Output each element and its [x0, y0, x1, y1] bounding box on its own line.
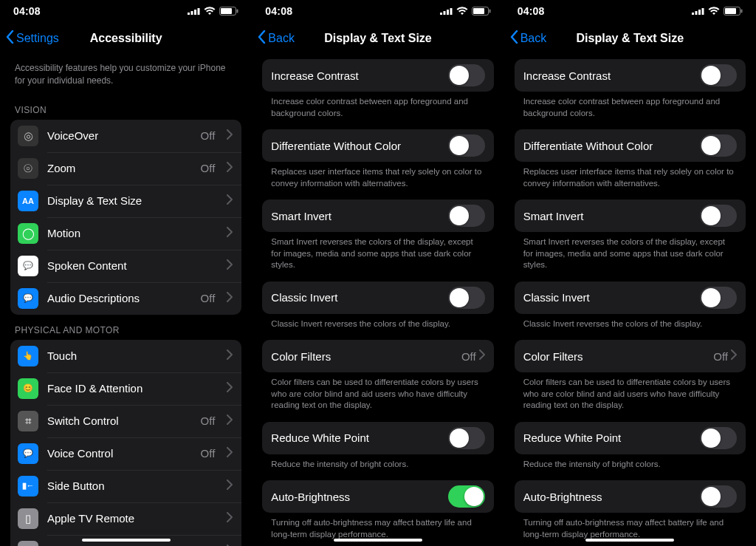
- row-caption: Replaces user interface items that rely …: [262, 162, 493, 199]
- svg-rect-6: [237, 10, 238, 13]
- content: Increase ContrastIncrease color contrast…: [504, 55, 756, 546]
- row-caption: Smart Invert reverses the colors of the …: [515, 232, 746, 281]
- toggle-row[interactable]: Classic Invert: [515, 281, 746, 314]
- row-label: Zoom: [47, 162, 192, 174]
- statusbar-time: 04:08: [518, 5, 545, 17]
- row-caption: Color filters can be used to differentia…: [515, 372, 746, 422]
- toggle-row[interactable]: Smart Invert: [262, 199, 493, 232]
- settings-row[interactable]: ▮←Side Button: [10, 470, 241, 502]
- row-label: Reduce White Point: [523, 431, 700, 444]
- toggle-row[interactable]: Reduce White Point: [515, 422, 746, 454]
- row-label: Auto-Brightness: [523, 491, 700, 503]
- settings-row[interactable]: ◯Motion: [10, 217, 241, 250]
- display-text-icon: AA: [18, 191, 38, 211]
- side-button-icon: ▮←: [18, 476, 38, 496]
- row-label: Smart Invert: [523, 210, 700, 222]
- content: Increase ContrastIncrease color contrast…: [252, 55, 504, 546]
- faceid-icon: 😊: [18, 378, 38, 399]
- svg-rect-5: [221, 8, 232, 14]
- settings-row[interactable]: 💬Voice ControlOff: [10, 437, 241, 470]
- svg-rect-9: [447, 10, 449, 15]
- settings-row[interactable]: 💬Spoken Content: [10, 250, 241, 282]
- home-indicator[interactable]: [82, 539, 171, 542]
- statusbar-right: [440, 7, 491, 16]
- toggle-row[interactable]: Auto-Brightness: [515, 480, 746, 513]
- row-label: Increase Contrast: [523, 69, 700, 82]
- settings-row[interactable]: ◎VoiceOverOff: [10, 120, 241, 152]
- toggle[interactable]: [700, 427, 737, 449]
- switch-control-icon: ⌗: [18, 411, 38, 431]
- row-value: Off: [201, 292, 216, 304]
- toggle-row[interactable]: Auto-Brightness: [262, 480, 493, 513]
- voice-control-icon: 💬: [18, 443, 38, 464]
- chevron-right-icon: [227, 512, 233, 525]
- appletv-remote-icon: ▯: [18, 508, 38, 529]
- home-indicator[interactable]: [334, 539, 422, 542]
- row-caption: Increase color contrast between app fore…: [262, 92, 493, 129]
- toggle-row[interactable]: Classic Invert: [262, 281, 493, 314]
- settings-row[interactable]: ⌗Switch ControlOff: [10, 405, 241, 437]
- chevron-right-icon: [227, 414, 233, 428]
- toggle[interactable]: [448, 287, 485, 309]
- signal-icon: [440, 7, 453, 15]
- chevron-right-icon: [479, 349, 485, 363]
- row-label: Auto-Brightness: [271, 491, 447, 503]
- row-value: Off: [201, 162, 216, 174]
- settings-row[interactable]: ▯Apple TV Remote: [10, 502, 241, 535]
- toggle-row[interactable]: Increase Contrast: [262, 59, 493, 92]
- motion-icon: ◯: [18, 223, 38, 244]
- toggle-row[interactable]: Reduce White Point: [262, 422, 493, 454]
- row-label: Color Filters: [271, 350, 461, 363]
- svg-rect-8: [443, 11, 445, 15]
- settings-row[interactable]: 👆Touch: [10, 340, 241, 372]
- toggle-row[interactable]: Differentiate Without Color: [262, 129, 493, 162]
- row-label: Side Button: [47, 480, 218, 492]
- toggle-row[interactable]: Increase Contrast: [515, 59, 746, 92]
- nav-title: Accessibility: [0, 32, 252, 45]
- row-label: Smart Invert: [271, 210, 447, 222]
- toggle-row[interactable]: Smart Invert: [515, 199, 746, 232]
- row-label: Display & Text Size: [47, 194, 218, 207]
- chevron-right-icon: [731, 349, 737, 363]
- toggle[interactable]: [700, 287, 737, 309]
- toggle[interactable]: [700, 64, 737, 86]
- settings-row[interactable]: ⦾ZoomOff: [10, 152, 241, 185]
- signal-icon: [188, 7, 200, 15]
- toggle-row[interactable]: Differentiate Without Color: [515, 129, 746, 162]
- svg-rect-19: [725, 8, 736, 14]
- row-label: Reduce White Point: [271, 431, 447, 444]
- toggle[interactable]: [448, 205, 485, 227]
- svg-rect-12: [473, 8, 484, 14]
- toggle[interactable]: [700, 205, 737, 227]
- toggle-row[interactable]: Color FiltersOff: [262, 340, 493, 372]
- row-label: Touch: [47, 349, 218, 362]
- chevron-right-icon: [227, 480, 233, 493]
- section-header-vision: VISION: [10, 95, 241, 120]
- nav-title: Display & Text Size: [252, 32, 504, 45]
- toggle[interactable]: [700, 485, 737, 508]
- voiceover-icon: ◎: [18, 126, 38, 146]
- screen-display-b: 04:08 Back Display & Text Size Increase …: [504, 0, 756, 546]
- row-label: Differentiate Without Color: [271, 140, 447, 152]
- home-indicator[interactable]: [585, 539, 674, 542]
- toggle[interactable]: [448, 485, 485, 508]
- toggle[interactable]: [448, 427, 485, 449]
- settings-row[interactable]: AADisplay & Text Size: [10, 185, 241, 217]
- navbar: Settings Accessibility: [0, 22, 252, 55]
- toggle[interactable]: [700, 134, 737, 157]
- svg-rect-14: [692, 13, 694, 15]
- section-header-physical: PHYSICAL AND MOTOR: [10, 315, 241, 340]
- settings-row[interactable]: 😊Face ID & Attention: [10, 372, 241, 405]
- row-caption: Classic Invert reverses the colors of th…: [262, 314, 493, 341]
- wifi-icon: [708, 7, 720, 16]
- settings-row[interactable]: 💬Audio DescriptionsOff: [10, 282, 241, 315]
- screen-accessibility: 04:08 Settings Accessibility Accessibili…: [0, 0, 252, 546]
- toggle[interactable]: [448, 134, 485, 157]
- chevron-right-icon: [227, 382, 233, 395]
- toggle[interactable]: [448, 64, 485, 86]
- svg-rect-10: [450, 8, 452, 15]
- chevron-right-icon: [227, 129, 233, 143]
- audio-desc-icon: 💬: [18, 288, 38, 309]
- toggle-row[interactable]: Color FiltersOff: [515, 340, 746, 372]
- row-caption: Increase color contrast between app fore…: [515, 92, 746, 129]
